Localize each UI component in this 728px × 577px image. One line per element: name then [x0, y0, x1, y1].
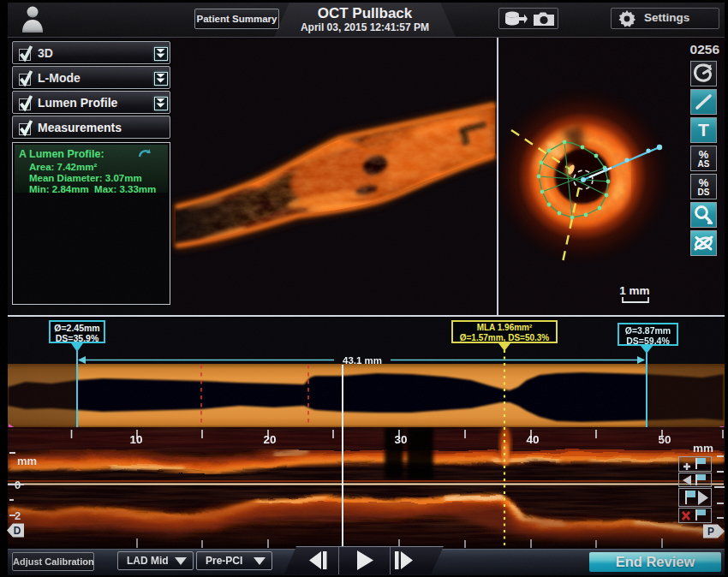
svg-text:43.1 mm: 43.1 mm [343, 355, 382, 366]
svg-text:mm: mm [693, 442, 713, 455]
svg-text:40: 40 [526, 433, 539, 446]
svg-text:50: 50 [658, 433, 671, 446]
svg-text:2: 2 [15, 509, 21, 522]
svg-text:0: 0 [15, 479, 21, 491]
svg-text:0256: 0256 [690, 42, 720, 57]
svg-text:mm: mm [17, 455, 37, 467]
svg-text:P: P [707, 526, 714, 538]
svg-text:D: D [14, 525, 21, 537]
svg-text:1 mm: 1 mm [619, 284, 649, 297]
svg-text:20: 20 [263, 433, 276, 446]
svg-text:10: 10 [129, 433, 142, 446]
svg-text:30: 30 [394, 433, 407, 446]
